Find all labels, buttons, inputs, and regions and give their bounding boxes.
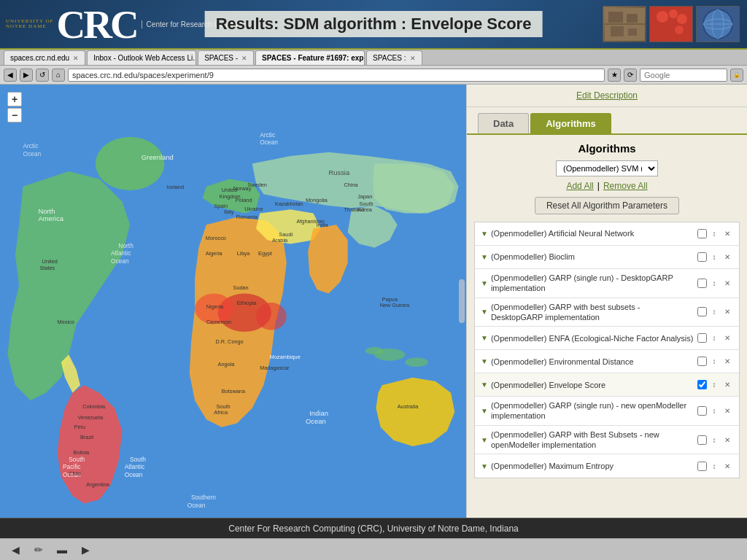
map-area[interactable]: North America North Atlantic Ocean South… bbox=[0, 85, 466, 518]
svg-text:Mongolia: Mongolia bbox=[306, 197, 328, 203]
algo-chevron-2[interactable]: ▼ bbox=[481, 279, 488, 287]
tab-5[interactable]: SPACES : ✕ bbox=[366, 50, 422, 65]
algo-checkbox-9[interactable] bbox=[697, 462, 707, 471]
svg-text:Algeria: Algeria bbox=[206, 250, 223, 257]
algo-move-up-3[interactable]: ↕ bbox=[708, 306, 720, 318]
algo-move-up-4[interactable]: ↕ bbox=[708, 332, 720, 344]
svg-text:Ethiopia: Ethiopia bbox=[237, 300, 257, 306]
svg-text:Colombia: Colombia bbox=[82, 403, 106, 410]
algo-delete-6[interactable]: ✕ bbox=[721, 379, 733, 391]
svg-text:Madagascar: Madagascar bbox=[260, 365, 290, 371]
search-input[interactable] bbox=[640, 69, 727, 82]
algo-delete-7[interactable]: ✕ bbox=[721, 405, 733, 416]
svg-text:South: South bbox=[69, 456, 85, 463]
algo-chevron-3[interactable]: ▼ bbox=[481, 308, 488, 316]
svg-point-20 bbox=[365, 347, 384, 354]
zoom-in-button[interactable]: + bbox=[7, 92, 22, 106]
tab-5-close[interactable]: ✕ bbox=[410, 55, 416, 62]
svg-text:Ocean: Ocean bbox=[23, 150, 41, 158]
status-text: Center For Research Computing (CRC), Uni… bbox=[228, 524, 518, 534]
sidebar: Edit Description Data Algorithms Algorit… bbox=[466, 85, 747, 518]
address-input[interactable] bbox=[68, 69, 605, 82]
svg-text:Ocean: Ocean bbox=[111, 257, 129, 265]
tab-data[interactable]: Data bbox=[478, 113, 529, 133]
algo-checkbox-0[interactable] bbox=[697, 229, 707, 238]
algo-checkbox-2[interactable] bbox=[697, 279, 707, 288]
forward-nav-button[interactable]: ▶ bbox=[77, 542, 93, 558]
algo-move-up-9[interactable]: ↕ bbox=[708, 460, 720, 472]
separator: | bbox=[597, 181, 600, 191]
svg-text:Africa: Africa bbox=[214, 409, 228, 416]
algo-checkbox-8[interactable] bbox=[697, 435, 707, 445]
algo-delete-9[interactable]: ✕ bbox=[721, 460, 733, 472]
algo-move-up-2[interactable]: ↕ bbox=[708, 277, 720, 289]
tab-4-active[interactable]: SPACES - Feature #1697: experi... ✕ bbox=[255, 50, 365, 65]
algo-chevron-0[interactable]: ▼ bbox=[481, 230, 488, 238]
algo-move-up-8[interactable]: ↕ bbox=[708, 434, 720, 446]
edit-description-link[interactable]: Edit Description bbox=[576, 90, 638, 101]
algo-checkbox-6[interactable] bbox=[697, 380, 707, 389]
algo-move-up-0[interactable]: ↕ bbox=[708, 228, 720, 240]
edit-nav-button[interactable]: ✏ bbox=[31, 542, 47, 558]
algo-checkbox-3[interactable] bbox=[697, 307, 707, 316]
svg-text:Ocean: Ocean bbox=[187, 502, 206, 509]
algo-chevron-4[interactable]: ▼ bbox=[481, 334, 488, 342]
algo-checkbox-1[interactable] bbox=[697, 252, 707, 262]
svg-text:Nigeria: Nigeria bbox=[206, 303, 224, 310]
reset-all-parameters-button[interactable]: Reset All Algorithm Parameters bbox=[535, 197, 679, 214]
tab-1-close[interactable]: ✕ bbox=[73, 55, 79, 62]
algo-delete-4[interactable]: ✕ bbox=[721, 332, 733, 344]
algo-checkbox-4[interactable] bbox=[697, 333, 707, 343]
algo-delete-5[interactable]: ✕ bbox=[721, 356, 733, 368]
tab-3[interactable]: SPACES - ✕ bbox=[198, 50, 254, 65]
home-button[interactable]: ⌂ bbox=[52, 69, 65, 82]
algo-chevron-8[interactable]: ▼ bbox=[481, 436, 488, 444]
algo-chevron-5[interactable]: ▼ bbox=[481, 357, 488, 365]
svg-text:Angola: Angola bbox=[218, 361, 236, 368]
tab-algorithms[interactable]: Algorithms bbox=[530, 113, 611, 133]
algo-move-up-6[interactable]: ↕ bbox=[708, 379, 720, 391]
algo-label-6: (Openmodeller) Envelope Score bbox=[491, 380, 694, 390]
algo-delete-2[interactable]: ✕ bbox=[721, 277, 733, 289]
algo-chevron-9[interactable]: ▼ bbox=[481, 462, 488, 470]
algo-move-up-7[interactable]: ↕ bbox=[708, 405, 720, 416]
bookmark-button[interactable]: ★ bbox=[608, 69, 621, 82]
browser-tabs: spaces.crc.nd.edu ✕ Inbox - Outlook Web … bbox=[0, 50, 747, 66]
reload-button[interactable]: ↺ bbox=[36, 69, 49, 82]
algo-delete-1[interactable]: ✕ bbox=[721, 252, 733, 263]
algo-delete-3[interactable]: ✕ bbox=[721, 306, 733, 318]
svg-text:Russia: Russia bbox=[328, 168, 350, 176]
svg-text:Ukraine: Ukraine bbox=[244, 206, 263, 212]
tab-2[interactable]: Inbox - Outlook Web Access Li... ✕ bbox=[87, 50, 196, 65]
algorithm-dropdown[interactable]: (Openmodeller) SVM (Su... bbox=[556, 160, 658, 176]
add-all-button[interactable]: Add All bbox=[566, 181, 593, 191]
svg-text:Chile: Chile bbox=[69, 470, 81, 477]
header-images bbox=[603, 6, 740, 42]
algo-label-3: (Openmodeller) GARP with best subsets - … bbox=[491, 302, 694, 323]
forward-button[interactable]: ▶ bbox=[20, 69, 33, 82]
security-button[interactable]: 🔒 bbox=[730, 69, 743, 82]
svg-text:Mozambique: Mozambique bbox=[270, 354, 301, 360]
algo-delete-8[interactable]: ✕ bbox=[721, 434, 733, 446]
svg-text:Morocco: Morocco bbox=[206, 235, 226, 241]
algo-move-up-1[interactable]: ↕ bbox=[708, 252, 720, 263]
grid-nav-button[interactable]: ▬ bbox=[54, 542, 70, 558]
algo-chevron-6[interactable]: ▼ bbox=[481, 381, 488, 389]
refresh-button[interactable]: ⟳ bbox=[624, 69, 637, 82]
algo-checkbox-7[interactable] bbox=[697, 406, 707, 416]
world-map: North America North Atlantic Ocean South… bbox=[0, 85, 466, 518]
algo-chevron-7[interactable]: ▼ bbox=[481, 407, 488, 415]
algorithm-item-4: ▼ (Openmodeller) ENFA (Ecological-Niche … bbox=[475, 327, 739, 350]
tab-1[interactable]: spaces.crc.nd.edu ✕ bbox=[4, 50, 85, 65]
zoom-out-button[interactable]: − bbox=[7, 108, 22, 122]
algo-chevron-1[interactable]: ▼ bbox=[481, 253, 488, 261]
algo-checkbox-5[interactable] bbox=[697, 357, 707, 366]
back-nav-button[interactable]: ◀ bbox=[7, 542, 23, 558]
map-scrollbar[interactable] bbox=[459, 279, 465, 323]
algo-controls-5: ↕ ✕ bbox=[697, 356, 733, 368]
remove-all-button[interactable]: Remove All bbox=[603, 181, 648, 191]
algo-move-up-5[interactable]: ↕ bbox=[708, 356, 720, 368]
tab-3-close[interactable]: ✕ bbox=[241, 55, 247, 62]
algo-delete-0[interactable]: ✕ bbox=[721, 228, 733, 240]
back-button[interactable]: ◀ bbox=[4, 69, 17, 82]
